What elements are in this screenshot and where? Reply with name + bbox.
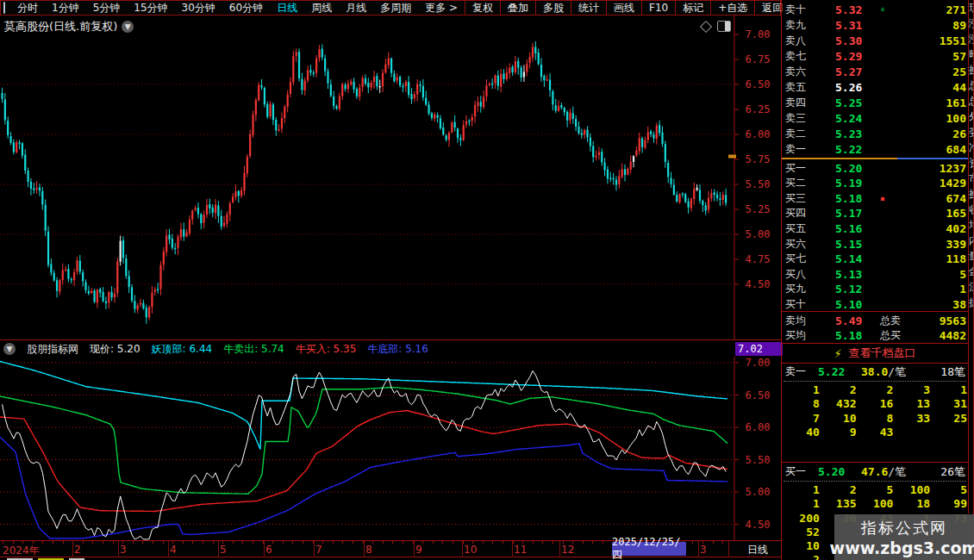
ask-row-1[interactable]: 卖一5.22684 — [783, 141, 968, 157]
level-price: 5.14 — [815, 252, 880, 265]
indicator-field-1: 妖顶部: 6.44 — [152, 342, 213, 357]
ask-row-10[interactable]: 卖十5.32✳271 — [783, 2, 968, 17]
toolbar-button-2[interactable]: 多股 — [535, 1, 571, 15]
toolbar-actions: 复权叠加多股统计画线F10标记+自选返回 — [465, 1, 790, 15]
toolbar-period-7[interactable]: 周线 — [304, 1, 339, 16]
detail-label: 卖一 — [783, 364, 818, 379]
axis-tick — [42, 541, 43, 544]
trade-size: 100 — [857, 497, 894, 511]
ask-row-4[interactable]: 卖四5.25161 — [783, 95, 968, 110]
panel-toggle-icon[interactable] — [717, 21, 731, 32]
level2-banner[interactable]: ⚡ 查看千档盘口 — [782, 344, 968, 363]
toolbar-period-6[interactable]: 日线 — [270, 1, 304, 16]
toolbar-period-0[interactable]: 分时 — [10, 1, 45, 16]
level-price: 5.17 — [815, 207, 880, 220]
level2-banner-label: 查看千档盘口 — [849, 345, 916, 361]
bid-row-3[interactable]: 买三5.18▪674 — [783, 190, 968, 206]
bid-row-2[interactable]: 买二5.191429 — [783, 176, 968, 191]
axis-tick — [583, 541, 584, 544]
bid-row-6[interactable]: 买六5.15339 — [783, 236, 968, 252]
toolbar-button-4[interactable]: 画线 — [606, 1, 641, 15]
toolbar-period-1[interactable]: 1分钟 — [45, 1, 86, 16]
bid-row-10[interactable]: 买十5.1038 — [783, 296, 968, 312]
bid-row-9[interactable]: 买九5.121 — [783, 282, 968, 297]
axis-tick — [383, 541, 384, 544]
summary-row-1: 买均5.18总买4482 — [783, 328, 968, 344]
bid-row-7[interactable]: 买七5.14118 — [783, 252, 968, 267]
axis-tick — [242, 541, 243, 544]
trade-size: 1 — [930, 383, 967, 397]
axis-tick — [163, 541, 164, 544]
level-price: 5.15 — [815, 238, 880, 251]
trade-size: 40 — [783, 426, 820, 439]
indicator-field-3: 牛买入: 5.35 — [296, 342, 357, 357]
divider — [782, 311, 968, 312]
toolbar-button-1[interactable]: 叠加 — [500, 1, 535, 15]
bid-row-1[interactable]: 买一5.201237 — [783, 160, 968, 176]
axis-tick — [342, 541, 343, 544]
indicator-chevron-icon[interactable]: ▼ — [3, 343, 16, 355]
ask-row-6[interactable]: 卖六5.2725 — [783, 64, 968, 79]
axis-tick — [453, 541, 453, 544]
toolbar-period-5[interactable]: 60分钟 — [222, 1, 270, 16]
period-menu: 分时1分钟5分钟15分钟30分钟60分钟日线周线月线多周期更多 > — [10, 1, 465, 16]
axis-tick — [483, 541, 484, 544]
trade-size: 13 — [893, 397, 930, 411]
level-volume: 25 — [889, 65, 968, 78]
ask-row-5[interactable]: 卖五5.2644 — [783, 79, 968, 95]
svg-text:7.00: 7.00 — [746, 28, 771, 40]
summary-row-0: 卖均5.49总卖9563 — [783, 313, 968, 328]
axis-tick — [133, 541, 134, 544]
level-price: 5.18 — [815, 192, 880, 205]
ask-row-7[interactable]: 卖七5.2957 — [783, 48, 968, 64]
level-volume: 5 — [889, 268, 968, 281]
diamond-marker-icon[interactable] — [700, 20, 712, 32]
level-volume: 118 — [889, 252, 968, 265]
svg-text:5.00: 5.00 — [746, 486, 771, 498]
window-toggle-icon[interactable] — [3, 2, 5, 14]
ask-row-3[interactable]: 卖三5.24100 — [783, 110, 968, 126]
toolbar-period-3[interactable]: 15分钟 — [127, 1, 174, 16]
main-chart-canvas[interactable]: 7.006.756.506.256.005.755.505.255.004.75… — [0, 16, 781, 339]
toolbar-button-3[interactable]: 统计 — [571, 1, 606, 15]
bid-row-5[interactable]: 买五5.16402 — [783, 221, 968, 236]
level-price: 5.19 — [815, 177, 880, 190]
trade-size: 18 — [893, 497, 930, 511]
toolbar-button-7[interactable]: +自选 — [710, 1, 754, 15]
trade-size: 10 — [820, 412, 857, 426]
toolbar-period-4[interactable]: 30分钟 — [175, 1, 222, 16]
toolbar-button-0[interactable]: 复权 — [465, 1, 500, 15]
ask-row-8[interactable]: 卖八5.301551 — [783, 33, 968, 48]
toolbar-button-6[interactable]: 标记 — [675, 1, 710, 15]
ask-row-9[interactable]: 卖九5.3189 — [783, 17, 968, 33]
level-volume: 1551 — [889, 34, 968, 47]
order-book-panel: 卖十5.32✳271卖九5.3189卖八5.301551卖七5.2957卖六5.… — [781, 0, 974, 560]
level-volume: 271 — [889, 3, 968, 16]
ask-row-2[interactable]: 卖二5.2326 — [783, 126, 968, 141]
level-price: 5.30 — [815, 34, 880, 47]
trade-size: 25 — [930, 412, 967, 426]
axis-label-6: 7 — [315, 544, 322, 556]
toolbar-period-10[interactable]: 更多 > — [418, 1, 465, 16]
level-label: 卖六 — [783, 65, 815, 79]
detail-per-order: 47.6/笔 — [861, 464, 921, 480]
indicator-chart-canvas[interactable]: 7.006.506.005.505.004.50 — [0, 357, 781, 540]
toolbar-period-9[interactable]: 多周期 — [373, 1, 418, 16]
toolbar-period-8[interactable]: 月线 — [339, 1, 373, 16]
level-label: 卖五 — [783, 80, 815, 95]
bid-row-4[interactable]: 买四5.17165 — [783, 206, 968, 221]
axis-tick — [692, 541, 693, 544]
chevron-down-icon[interactable]: ▼ — [122, 21, 134, 33]
bid-row-8[interactable]: 买八5.135 — [783, 266, 968, 282]
summary-label2: 总买 — [880, 328, 909, 343]
toolbar-button-5[interactable]: F10 — [641, 1, 675, 15]
axis-tick — [192, 541, 193, 544]
toolbar-period-2[interactable]: 5分钟 — [86, 1, 128, 16]
detail-price: 5.20 — [818, 465, 861, 478]
month-separator — [462, 541, 463, 557]
level-price: 5.25 — [815, 96, 880, 109]
axis-tick — [322, 541, 323, 544]
trading-terminal: 分时1分钟5分钟15分钟30分钟60分钟日线周线月线多周期更多 > 复权叠加多股… — [0, 0, 974, 560]
ask-detail-grid: 1223184321613317108332540943 — [783, 383, 967, 439]
svg-text:5.50: 5.50 — [746, 454, 771, 466]
